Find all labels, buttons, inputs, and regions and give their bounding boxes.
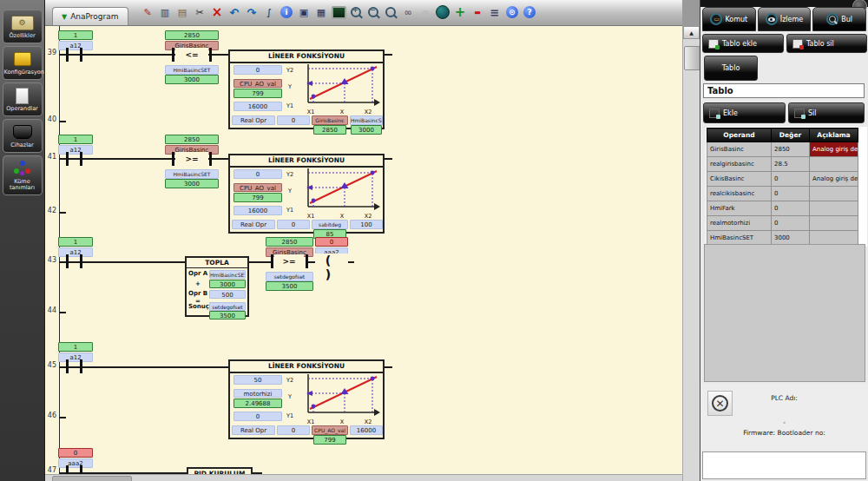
sonuc-value[interactable]: 3500 xyxy=(209,311,246,320)
cell-value[interactable]: 2850 xyxy=(772,142,810,157)
tab-komut[interactable]: ▭ Komut xyxy=(702,7,756,31)
operand-value[interactable]: 2850 xyxy=(165,135,219,144)
cell-desc[interactable] xyxy=(810,231,858,246)
real-opr-label[interactable]: Real Opr xyxy=(232,115,275,125)
add-icon[interactable]: + xyxy=(453,5,468,20)
y1-value[interactable]: 16000 xyxy=(233,206,282,215)
help-icon[interactable]: ? xyxy=(523,5,537,20)
cut-icon[interactable]: ✂ xyxy=(193,5,207,20)
x-operand[interactable]: GirisBasinc xyxy=(312,115,348,125)
contact-value[interactable]: 1 xyxy=(58,342,93,352)
operand-value[interactable]: 3000 xyxy=(165,75,219,84)
sidebar-item-ozellikler[interactable]: ⚙ Özellikler xyxy=(3,10,43,43)
info-icon[interactable]: i xyxy=(279,5,294,20)
operand-value[interactable]: 3500 xyxy=(266,281,313,291)
delete-row-button[interactable]: Sil xyxy=(788,102,865,123)
undo-icon[interactable]: ↶ xyxy=(227,5,242,20)
transfer-tool-icon[interactable]: ✎ xyxy=(141,5,155,20)
y-value[interactable]: 2.49688 xyxy=(233,399,282,408)
y2-value[interactable]: 0 xyxy=(233,65,282,75)
contact-name[interactable]: a12 xyxy=(58,145,93,155)
globe-icon[interactable] xyxy=(436,5,450,20)
real-opr-label[interactable]: Real Opr xyxy=(232,220,275,229)
tab-tablo[interactable]: Tablo xyxy=(704,56,758,81)
col-deger[interactable]: Değer xyxy=(772,128,810,142)
cell-value[interactable]: 28.5 xyxy=(772,157,810,172)
contact-name[interactable]: a12 xyxy=(58,41,93,50)
tab-izleme[interactable]: İzleme xyxy=(758,7,812,31)
contact-value[interactable]: 1 xyxy=(58,237,93,247)
x2-value[interactable]: 100 xyxy=(350,220,383,229)
zoom-in-icon[interactable]: + xyxy=(349,5,364,20)
x2-value[interactable]: 3000 xyxy=(351,125,382,135)
y-operand[interactable]: motorhizi xyxy=(233,389,282,398)
table-row[interactable]: HmiBasincSET 3000 xyxy=(707,231,858,246)
vertical-scroll-thumb[interactable] xyxy=(684,46,700,70)
cell-operand[interactable]: HmiBasincSET xyxy=(707,231,772,246)
cell-operand[interactable]: CikisBasinc xyxy=(707,172,772,187)
cell-value[interactable]: 3000 xyxy=(772,231,810,246)
x-value[interactable]: 799 xyxy=(313,435,346,445)
cell-value[interactable]: 0 xyxy=(772,201,810,216)
cell-operand[interactable]: realgirisbasinc xyxy=(707,157,772,172)
table-delete-button[interactable]: Tablo sil xyxy=(786,34,867,53)
operand-name[interactable]: HmiBasincSET xyxy=(165,65,219,75)
y-value[interactable]: 799 xyxy=(233,193,282,202)
sidebar-item-kume-tanimlari[interactable]: Küme tanımları xyxy=(3,155,43,195)
operand-name[interactable]: setdegofset xyxy=(266,272,313,281)
sonuc-operand[interactable]: setdegofset xyxy=(209,302,246,311)
sidebar-item-konfigurasyon[interactable]: Konfigürasyon xyxy=(3,46,43,80)
opr-b-value[interactable]: 500 xyxy=(209,290,246,299)
y2-value[interactable]: 50 xyxy=(233,375,282,385)
topla-add-block[interactable]: TOPLA Opr A HmiBasincSET + 3000 Opr B 50… xyxy=(185,256,249,317)
x1-value[interactable]: 0 xyxy=(277,220,310,229)
cell-desc[interactable]: Analog giriş değeri xyxy=(810,142,858,157)
opr-a-operand[interactable]: HmiBasincSET xyxy=(209,270,246,279)
y2-value[interactable]: 0 xyxy=(233,169,282,179)
cell-operand[interactable]: HmiFark xyxy=(707,201,772,216)
opr-a-value[interactable]: 3000 xyxy=(209,280,246,288)
cell-desc[interactable] xyxy=(810,157,858,172)
contact-value[interactable]: 1 xyxy=(58,30,93,40)
copy-icon[interactable]: ▥ xyxy=(158,5,173,20)
x-operand[interactable]: sabitdeg xyxy=(312,220,348,229)
zoom-icon[interactable] xyxy=(384,5,398,20)
y-value[interactable]: 799 xyxy=(233,89,282,98)
cell-operand[interactable]: realcikisbasinc xyxy=(707,187,772,201)
redo-icon[interactable]: ↷ xyxy=(245,5,260,20)
x-value[interactable]: 2850 xyxy=(313,125,346,135)
x2-operand[interactable]: HmiBasincSET xyxy=(350,115,383,125)
table-row[interactable]: realmotorhizi 0 xyxy=(707,216,858,231)
x-operand[interactable]: CPU_AO_val xyxy=(312,425,348,435)
zoom-out-icon[interactable]: − xyxy=(366,5,381,20)
table-row[interactable]: realgirisbasinc 28.5 xyxy=(707,157,858,172)
contact-name[interactable]: a12 xyxy=(58,247,93,257)
table-row[interactable]: GirisBasinc 2850 Analog giriş değeri xyxy=(707,142,858,157)
col-operand[interactable]: Operand xyxy=(707,128,772,142)
cell-desc[interactable]: Analog giriş değeri xyxy=(810,172,858,187)
power-icon[interactable]: ⊙ xyxy=(505,5,520,20)
horizontal-scroll-thumb[interactable] xyxy=(52,476,132,481)
operand-name[interactable]: HmiBasincSET xyxy=(165,169,219,179)
save-all-icon[interactable]: ▦ xyxy=(314,5,329,20)
cell-desc[interactable] xyxy=(810,216,858,231)
cell-value[interactable]: 0 xyxy=(772,172,810,187)
freehand-icon[interactable]: ∫ xyxy=(262,5,277,20)
table-row[interactable]: CikisBasinc 0 Analog giriş değeri xyxy=(707,172,858,187)
link-icon[interactable]: ∞ xyxy=(401,5,416,20)
table-add-button[interactable]: Tablo ekle xyxy=(702,34,784,53)
y-operand[interactable]: CPU_AO_val xyxy=(233,79,282,88)
x1-value[interactable]: 0 xyxy=(277,115,310,125)
vertical-scrollbar[interactable]: ▲ xyxy=(682,26,700,481)
horizontal-scrollbar[interactable] xyxy=(45,474,682,481)
cell-value[interactable]: 0 xyxy=(772,216,810,231)
y1-value[interactable]: 0 xyxy=(233,412,282,421)
table-row[interactable]: HmiFark 0 xyxy=(707,201,858,216)
operand-value[interactable]: 2850 xyxy=(266,237,313,247)
operand-value[interactable]: 3000 xyxy=(165,179,219,188)
col-aciklama[interactable]: Açıklama xyxy=(810,128,858,142)
contact-name[interactable]: aaa2 xyxy=(58,458,93,468)
delete-icon[interactable]: × xyxy=(210,5,225,20)
y-operand[interactable]: CPU_AO_val xyxy=(233,183,282,192)
scroll-up-arrow-icon[interactable]: ▲ xyxy=(683,26,700,39)
